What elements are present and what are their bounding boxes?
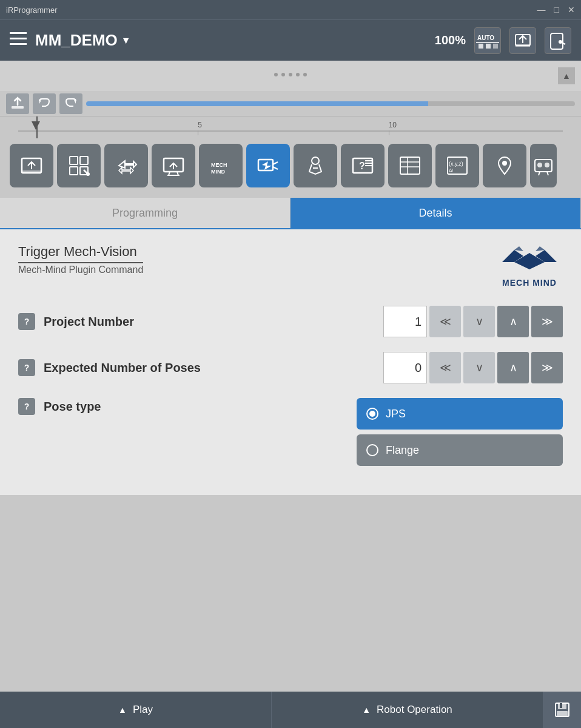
radio-jps-icon [366, 408, 378, 420]
tab-programming-label: Programming [112, 207, 178, 220]
drag-dot [289, 73, 292, 76]
svg-point-45 [502, 161, 507, 166]
touch-button[interactable] [545, 27, 571, 54]
pose-option-jps-label: JPS [386, 408, 406, 420]
collapse-button[interactable]: ▲ [558, 67, 575, 84]
save-icon [554, 701, 571, 718]
auto-mode-button[interactable]: AUTO [474, 27, 501, 54]
svg-rect-38 [400, 157, 420, 174]
expected-poses-decrement-fast[interactable]: ≪ [429, 352, 461, 383]
drag-dot [296, 73, 300, 76]
drag-dot [274, 73, 278, 76]
svg-rect-2 [10, 43, 27, 45]
project-dropdown-icon[interactable]: ▼ [121, 35, 131, 46]
step-icon-2[interactable] [104, 144, 148, 187]
command-subtitle: Mech-Mind Plugin Command [18, 265, 143, 275]
redo-button[interactable] [59, 93, 82, 114]
mech-mind-logo-icon [496, 244, 563, 275]
command-header: Trigger Mech-Vision Mech-Mind Plugin Com… [18, 244, 563, 288]
svg-rect-1 [10, 38, 27, 39]
svg-rect-54 [560, 703, 562, 708]
step-icon-9[interactable]: (x,y,z) Δi [435, 144, 479, 187]
project-number-controls: 1 ≪ ∨ ∧ ≫ [383, 306, 563, 337]
pose-type-help-button[interactable]: ? [18, 398, 35, 415]
window-controls: — □ ✕ [537, 5, 575, 15]
svg-rect-53 [557, 711, 568, 716]
svg-point-22 [86, 172, 90, 176]
svg-text:AUTO: AUTO [477, 35, 494, 41]
robot-operation-label: Robot Operation [377, 704, 452, 716]
mech-mind-logo: MECH MIND [496, 244, 563, 288]
tab-details-label: Details [418, 207, 452, 220]
titlebar: iRProgrammer — □ ✕ [0, 0, 581, 19]
svg-rect-13 [12, 106, 24, 109]
tab-details[interactable]: Details [290, 198, 581, 228]
project-number-increment[interactable]: ∧ [497, 306, 529, 337]
upload-button[interactable] [6, 93, 29, 114]
project-number-decrement-fast[interactable]: ≪ [429, 306, 461, 337]
step-icon-0[interactable] [10, 144, 53, 187]
tab-programming[interactable]: Programming [0, 198, 290, 228]
app-title: iRProgrammer [6, 5, 58, 15]
project-number-help-button[interactable]: ? [18, 313, 35, 330]
undo-button[interactable] [33, 93, 56, 114]
step-icon-6[interactable] [294, 144, 337, 187]
step-icon-11[interactable] [530, 144, 557, 187]
robot-operation-button[interactable]: ▲ Robot Operation [272, 692, 543, 728]
svg-rect-7 [493, 44, 498, 49]
expected-poses-label: Expected Number of Poses [44, 361, 375, 375]
step-icon-10[interactable] [483, 144, 526, 187]
svg-point-50 [545, 163, 549, 167]
step-icon-trigger[interactable] [246, 144, 290, 187]
close-button[interactable]: ✕ [568, 5, 575, 15]
maximize-button[interactable]: □ [554, 5, 559, 15]
svg-rect-17 [70, 157, 78, 164]
pose-type-options: JPS Flange [357, 398, 563, 466]
svg-text:?: ? [359, 161, 365, 171]
details-panel: Trigger Mech-Vision Mech-Mind Plugin Com… [0, 229, 581, 495]
svg-point-12 [559, 40, 562, 44]
project-number-row: ? Project Number 1 ≪ ∨ ∧ ≫ [18, 306, 563, 337]
speed-label: 100% [435, 33, 466, 47]
svg-text:Δi: Δi [449, 167, 453, 173]
project-number-increment-fast[interactable]: ≫ [531, 306, 563, 337]
pose-option-flange[interactable]: Flange [357, 434, 563, 466]
svg-rect-18 [80, 157, 88, 164]
svg-point-49 [537, 163, 542, 167]
svg-text:(x,y,z): (x,y,z) [449, 161, 463, 167]
drag-dot [281, 73, 285, 76]
step-icon-7[interactable]: ? [341, 144, 385, 187]
ruler-tick-10 [389, 130, 389, 135]
expected-poses-increment[interactable]: ∧ [497, 352, 529, 383]
project-number-value: 1 [383, 306, 427, 337]
headerbar: MM_DEMO ▼ 100% AUTO [0, 19, 581, 61]
svg-text:MECH: MECH [211, 162, 227, 168]
svg-rect-6 [486, 44, 491, 49]
load-button[interactable] [509, 27, 536, 54]
pose-type-section: ? Pose type JPS Flange [18, 398, 563, 466]
svg-rect-10 [516, 44, 530, 47]
toolbar-drag-area: ▲ [0, 61, 581, 91]
expected-poses-controls: 0 ≪ ∨ ∧ ≫ [383, 352, 563, 383]
pose-option-jps[interactable]: JPS [357, 398, 563, 430]
save-button[interactable] [543, 692, 581, 728]
radio-flange-icon [366, 444, 378, 456]
pose-option-flange-label: Flange [386, 444, 419, 457]
pose-type-label-block: ? Pose type [18, 398, 348, 415]
project-number-decrement[interactable]: ∨ [463, 306, 495, 337]
expected-poses-help-button[interactable]: ? [18, 359, 35, 376]
step-icon-mechmind[interactable]: MECH MIND [199, 144, 243, 187]
command-title-block: Trigger Mech-Vision Mech-Mind Plugin Com… [18, 244, 143, 275]
mech-mind-text: MECH MIND [502, 278, 557, 288]
minimize-button[interactable]: — [537, 5, 546, 15]
pose-type-label: Pose type [44, 400, 348, 414]
drag-handle [274, 73, 307, 76]
play-button[interactable]: ▲ Play [0, 692, 272, 728]
step-icon-1[interactable] [57, 144, 101, 187]
expected-poses-increment-fast[interactable]: ≫ [531, 352, 563, 383]
menu-icon[interactable] [10, 32, 27, 49]
svg-point-31 [312, 157, 319, 164]
step-icon-3[interactable] [152, 144, 195, 187]
step-icon-8[interactable] [388, 144, 432, 187]
expected-poses-decrement[interactable]: ∨ [463, 352, 495, 383]
